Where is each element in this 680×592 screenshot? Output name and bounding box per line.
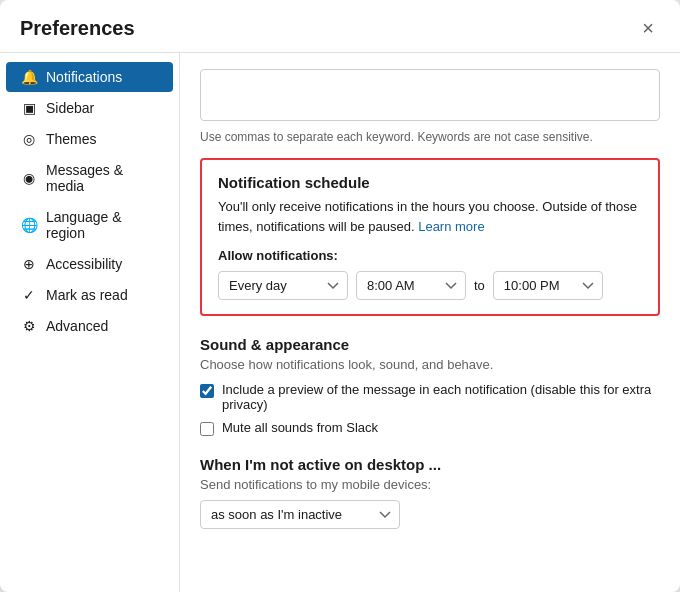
preferences-modal: Preferences × 🔔 Notifications ▣ Sidebar … (0, 0, 680, 592)
sidebar-item-language-region[interactable]: 🌐 Language & region (6, 202, 173, 248)
messages-icon: ◉ (20, 170, 38, 186)
sidebar-item-label: Messages & media (46, 162, 159, 194)
sidebar-item-label: Themes (46, 131, 97, 147)
inactive-select[interactable]: as soon as I'm inactive after 1 minute a… (200, 500, 400, 529)
advanced-icon: ⚙ (20, 318, 38, 334)
allow-label: Allow notifications: (218, 248, 642, 263)
keywords-helper: Use commas to separate each keyword. Key… (200, 130, 660, 144)
schedule-title: Notification schedule (218, 174, 642, 191)
end-time-select[interactable]: 10:00 PM 9:00 PM 11:00 PM (493, 271, 603, 300)
schedule-description: You'll only receive notifications in the… (218, 197, 642, 236)
when-inactive-title: When I'm not active on desktop ... (200, 456, 660, 473)
notification-schedule-box: Notification schedule You'll only receiv… (200, 158, 660, 316)
modal-title: Preferences (20, 17, 135, 40)
sidebar-item-label: Mark as read (46, 287, 128, 303)
sidebar-item-notifications[interactable]: 🔔 Notifications (6, 62, 173, 92)
day-select[interactable]: Every day Weekdays Weekends Custom (218, 271, 348, 300)
language-icon: 🌐 (20, 217, 38, 233)
schedule-controls: Every day Weekdays Weekends Custom 8:00 … (218, 271, 642, 300)
keywords-textarea[interactable] (200, 69, 660, 121)
mute-checkbox-row: Mute all sounds from Slack (200, 420, 660, 436)
sidebar: 🔔 Notifications ▣ Sidebar ◎ Themes ◉ Mes… (0, 53, 180, 592)
sidebar-item-themes[interactable]: ◎ Themes (6, 124, 173, 154)
sidebar-item-sidebar[interactable]: ▣ Sidebar (6, 93, 173, 123)
preview-checkbox-row: Include a preview of the message in each… (200, 382, 660, 412)
mute-label: Mute all sounds from Slack (222, 420, 378, 435)
mark-read-icon: ✓ (20, 287, 38, 303)
themes-icon: ◎ (20, 131, 38, 147)
sidebar-item-label: Sidebar (46, 100, 94, 116)
sidebar-item-label: Accessibility (46, 256, 122, 272)
when-inactive-section: When I'm not active on desktop ... Send … (200, 456, 660, 529)
send-label: Send notifications to my mobile devices: (200, 477, 660, 492)
preview-label: Include a preview of the message in each… (222, 382, 660, 412)
sidebar-item-advanced[interactable]: ⚙ Advanced (6, 311, 173, 341)
sidebar-item-label: Language & region (46, 209, 159, 241)
main-content: Use commas to separate each keyword. Key… (180, 53, 680, 592)
sidebar-item-label: Notifications (46, 69, 122, 85)
start-time-select[interactable]: 8:00 AM 9:00 AM 10:00 AM (356, 271, 466, 300)
sound-appearance-title: Sound & appearance (200, 336, 660, 353)
accessibility-icon: ⊕ (20, 256, 38, 272)
modal-header: Preferences × (0, 0, 680, 53)
sound-appearance-section: Sound & appearance Choose how notificati… (200, 336, 660, 436)
close-button[interactable]: × (636, 16, 660, 40)
sidebar-item-accessibility[interactable]: ⊕ Accessibility (6, 249, 173, 279)
sidebar-item-label: Advanced (46, 318, 108, 334)
learn-more-link[interactable]: Learn more (418, 219, 484, 234)
sidebar-item-mark-as-read[interactable]: ✓ Mark as read (6, 280, 173, 310)
sidebar-item-messages-media[interactable]: ◉ Messages & media (6, 155, 173, 201)
to-text: to (474, 278, 485, 293)
preview-checkbox[interactable] (200, 384, 214, 398)
sound-appearance-desc: Choose how notifications look, sound, an… (200, 357, 660, 372)
modal-body: 🔔 Notifications ▣ Sidebar ◎ Themes ◉ Mes… (0, 53, 680, 592)
sidebar-icon: ▣ (20, 100, 38, 116)
notifications-icon: 🔔 (20, 69, 38, 85)
mute-checkbox[interactable] (200, 422, 214, 436)
